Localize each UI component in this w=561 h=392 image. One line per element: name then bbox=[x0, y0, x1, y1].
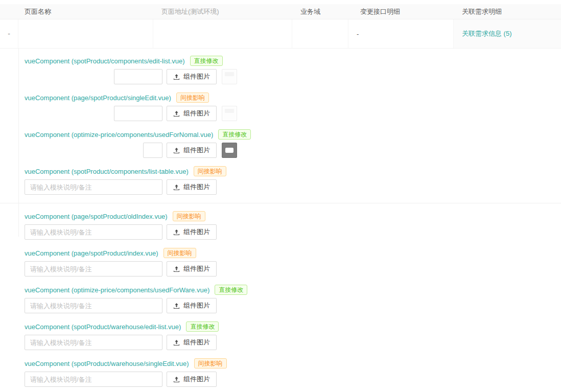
upload-button-label: 组件图片 bbox=[183, 264, 210, 273]
module-note-input[interactable] bbox=[114, 69, 162, 84]
upload-component-image-button[interactable]: 组件图片 bbox=[167, 372, 217, 387]
column-header-interface-detail: 变更接口明细 bbox=[348, 7, 454, 16]
module-note-input[interactable] bbox=[143, 143, 162, 158]
module-note-input-slot bbox=[25, 298, 162, 313]
component-entry: vueComponent (spotProduct/components/edi… bbox=[25, 56, 561, 84]
module-note-input-slot bbox=[25, 261, 162, 276]
upload-button-label: 组件图片 bbox=[183, 146, 210, 155]
change-type-badge: 直接修改 bbox=[186, 321, 219, 332]
upload-icon bbox=[173, 339, 180, 346]
component-entry: vueComponent (optimize-price/components/… bbox=[25, 129, 561, 158]
cell-interface-detail: - bbox=[348, 19, 454, 48]
upload-icon bbox=[173, 110, 180, 117]
component-name: vueComponent (page/spotProduct/singleEdi… bbox=[25, 94, 171, 102]
uploaded-thumbnail[interactable] bbox=[222, 106, 237, 121]
entry-input-row: 组件图片 bbox=[25, 224, 561, 240]
uploaded-thumbnail[interactable] bbox=[222, 69, 237, 84]
upload-icon bbox=[173, 229, 180, 236]
module-note-input[interactable] bbox=[25, 372, 162, 387]
upload-component-image-button[interactable]: 组件图片 bbox=[167, 69, 217, 84]
column-header-page-url: 页面地址(测试环境) bbox=[153, 7, 292, 16]
component-name: vueComponent (spotProduct/warehouse/edit… bbox=[25, 323, 181, 331]
collapse-row-button[interactable]: - bbox=[0, 19, 18, 48]
module-note-input-slot bbox=[25, 106, 162, 121]
section-divider bbox=[0, 203, 561, 203]
upload-component-image-button[interactable]: 组件图片 bbox=[167, 335, 217, 350]
change-type-badge: 间接影响 bbox=[176, 93, 209, 103]
entry-input-row: 组件图片 bbox=[25, 69, 561, 84]
component-list: vueComponent (spotProduct/components/edi… bbox=[25, 56, 561, 392]
component-name: vueComponent (spotProduct/components/edi… bbox=[25, 57, 185, 65]
upload-button-label: 组件图片 bbox=[183, 375, 210, 384]
upload-component-image-button[interactable]: 组件图片 bbox=[167, 298, 217, 313]
entry-input-row: 组件图片 bbox=[25, 106, 561, 121]
upload-icon bbox=[173, 266, 180, 272]
expanded-detail-area: vueComponent (spotProduct/components/edi… bbox=[0, 49, 561, 392]
component-name: vueComponent (optimize-price/components/… bbox=[25, 131, 213, 139]
change-type-badge: 间接影响 bbox=[194, 166, 226, 176]
change-type-badge: 间接影响 bbox=[163, 248, 196, 258]
module-note-input-slot bbox=[25, 143, 162, 158]
component-entry: vueComponent (spotProduct/warehouse/edit… bbox=[25, 321, 561, 350]
component-entry-header: vueComponent (spotProduct/components/lis… bbox=[25, 166, 561, 176]
upload-component-image-button[interactable]: 组件图片 bbox=[167, 224, 217, 240]
module-note-input[interactable] bbox=[25, 179, 162, 195]
entry-input-row: 组件图片 bbox=[25, 179, 561, 195]
component-entry: vueComponent (page/spotProduct/oldIndex.… bbox=[25, 211, 561, 240]
change-type-badge: 直接修改 bbox=[218, 129, 251, 140]
cell-business-domain bbox=[292, 19, 348, 48]
component-name: vueComponent (spotProduct/warehouse/sing… bbox=[25, 360, 189, 367]
upload-button-label: 组件图片 bbox=[183, 227, 210, 237]
column-header-business-domain: 业务域 bbox=[292, 7, 348, 16]
expand-gutter-border bbox=[18, 49, 19, 237]
component-name: vueComponent (optimize-price/components/… bbox=[25, 286, 209, 294]
component-entry: vueComponent (spotProduct/components/lis… bbox=[25, 166, 561, 195]
upload-button-label: 组件图片 bbox=[183, 182, 210, 192]
module-note-input-slot bbox=[25, 179, 162, 195]
upload-component-image-button[interactable]: 组件图片 bbox=[167, 261, 217, 276]
module-note-input[interactable] bbox=[25, 298, 162, 313]
component-name: vueComponent (page/spotProduct/index.vue… bbox=[25, 249, 158, 257]
component-entry-header: vueComponent (spotProduct/warehouse/edit… bbox=[25, 321, 561, 332]
change-type-badge: 间接影响 bbox=[173, 211, 205, 221]
module-note-input-slot bbox=[25, 69, 162, 84]
module-note-input-slot bbox=[25, 335, 162, 350]
entry-input-row: 组件图片 bbox=[25, 372, 561, 387]
module-note-input[interactable] bbox=[25, 261, 162, 276]
module-note-input-slot bbox=[25, 372, 162, 387]
entry-input-row: 组件图片 bbox=[25, 335, 561, 350]
column-header-page-name: 页面名称 bbox=[18, 7, 153, 16]
change-detail-page: 页面名称 页面地址(测试环境) 业务域 变更接口明细 关联需求明细 - - 关联… bbox=[0, 4, 561, 392]
table-header: 页面名称 页面地址(测试环境) 业务域 变更接口明细 关联需求明细 bbox=[0, 4, 561, 19]
component-entry-header: vueComponent (optimize-price/components/… bbox=[25, 285, 561, 295]
cell-page-name bbox=[18, 19, 153, 48]
component-entry-header: vueComponent (optimize-price/components/… bbox=[25, 129, 561, 140]
change-type-badge: 直接修改 bbox=[215, 285, 247, 295]
component-entry-header: vueComponent (spotProduct/components/edi… bbox=[25, 56, 561, 66]
uploaded-thumbnail[interactable] bbox=[222, 143, 237, 158]
entry-input-row: 组件图片 bbox=[25, 261, 561, 276]
component-entry: vueComponent (page/spotProduct/index.vue… bbox=[25, 248, 561, 276]
upload-button-label: 组件图片 bbox=[183, 109, 210, 118]
component-entry-header: vueComponent (page/spotProduct/oldIndex.… bbox=[25, 211, 561, 221]
module-note-input[interactable] bbox=[114, 106, 162, 121]
change-type-badge: 间接影响 bbox=[194, 358, 227, 368]
upload-component-image-button[interactable]: 组件图片 bbox=[167, 106, 217, 121]
upload-component-image-button[interactable]: 组件图片 bbox=[167, 179, 217, 195]
related-requirements-link[interactable]: 关联需求信息 (5) bbox=[462, 29, 512, 38]
module-note-input[interactable] bbox=[25, 335, 162, 350]
module-note-input[interactable] bbox=[25, 224, 162, 240]
upload-icon bbox=[173, 184, 180, 191]
upload-icon bbox=[173, 74, 180, 80]
upload-button-label: 组件图片 bbox=[183, 338, 210, 347]
upload-component-image-button[interactable]: 组件图片 bbox=[167, 143, 217, 158]
component-entry-header: vueComponent (page/spotProduct/singleEdi… bbox=[25, 93, 561, 103]
component-name: vueComponent (page/spotProduct/oldIndex.… bbox=[25, 213, 168, 220]
cell-page-url bbox=[153, 19, 292, 48]
module-note-input-slot bbox=[25, 224, 162, 240]
table-row: - - 关联需求信息 (5) bbox=[0, 19, 561, 49]
component-entry-header: vueComponent (spotProduct/warehouse/sing… bbox=[25, 358, 561, 368]
component-entry: vueComponent (page/spotProduct/singleEdi… bbox=[25, 93, 561, 121]
change-type-badge: 直接修改 bbox=[190, 56, 223, 66]
component-name: vueComponent (spotProduct/components/lis… bbox=[25, 168, 189, 175]
